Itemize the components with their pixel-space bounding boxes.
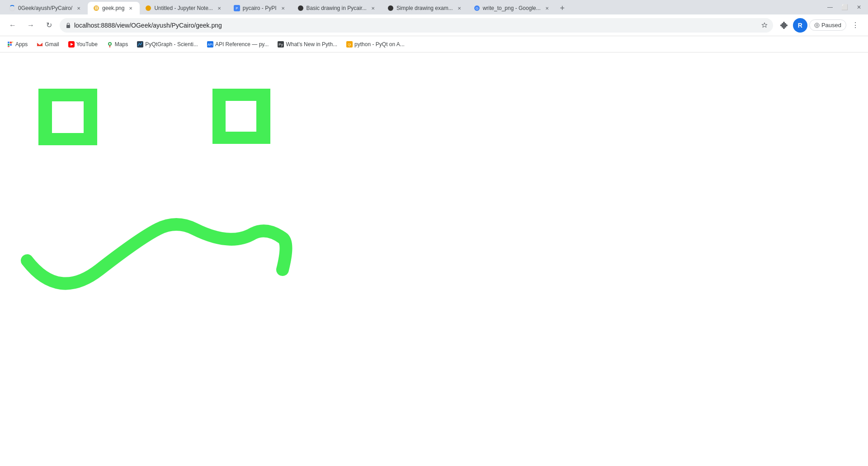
svg-rect-16 — [8, 46, 9, 47]
svg-text:🖼: 🖼 — [94, 6, 98, 10]
tab-label: Basic drawing in Pycair... — [307, 5, 367, 11]
bookmark-label: Gmail — [45, 41, 59, 48]
bookmark-label: API Reference — py... — [215, 41, 269, 48]
bookmark-label: Maps — [115, 41, 128, 48]
tab-favicon-icon: 🖼 — [93, 5, 99, 11]
bookmark-gmail[interactable]: Gmail — [33, 39, 62, 49]
tab-jupyter[interactable]: Untitled - Jupyter Note... ✕ — [140, 2, 228, 14]
image-area — [0, 52, 868, 466]
bookmark-whats-new[interactable]: Py What's New in Pyth... — [274, 39, 341, 49]
svg-text:Qt: Qt — [348, 43, 351, 47]
tab-write-to-png[interactable]: G write_to_png - Google... ✕ — [468, 2, 556, 14]
minimize-button[interactable]: — — [825, 2, 835, 13]
tab-favicon-icon: P — [234, 5, 240, 11]
bookmark-pyqtgraph[interactable]: PyQtGraph - Scienti... — [133, 39, 202, 49]
tab-label: write_to_png - Google... — [483, 5, 541, 11]
lock-icon — [65, 22, 71, 29]
bookmark-label: What's New in Pyth... — [286, 41, 337, 48]
svg-text:G: G — [476, 6, 478, 10]
url-text: localhost:8888/view/OGeek/ayush/PyCairo/… — [74, 22, 759, 29]
bookmark-label: PyQtGraph - Scienti... — [145, 41, 198, 48]
bookmark-label: Apps — [15, 41, 28, 48]
close-button[interactable]: ✕ — [854, 2, 864, 13]
svg-point-21 — [109, 43, 111, 45]
svg-rect-13 — [12, 42, 13, 43]
svg-text:API: API — [208, 43, 212, 46]
svg-rect-9 — [66, 25, 70, 28]
gmail-icon — [37, 41, 43, 48]
svg-rect-14 — [8, 44, 9, 46]
bookmark-maps[interactable]: Maps — [103, 39, 132, 49]
whats-new-icon: Py — [278, 41, 284, 48]
svg-point-5 — [298, 5, 303, 11]
tab-geekpng[interactable]: 🖼 geek.png ✕ — [88, 2, 140, 14]
tab-close-btn[interactable]: ✕ — [127, 5, 134, 12]
apps-icon — [7, 41, 14, 48]
tab-close-btn[interactable]: ✕ — [369, 5, 377, 12]
profile-button[interactable]: R — [793, 18, 807, 33]
paused-label: Paused — [821, 22, 841, 29]
menu-button[interactable]: ⋮ — [848, 18, 863, 33]
tab-close-btn[interactable]: ✕ — [216, 5, 223, 12]
tab-simple-drawing[interactable]: Simple drawing exam... ✕ — [382, 2, 468, 14]
tab-favicon-icon — [297, 5, 304, 11]
new-tab-button[interactable]: + — [556, 2, 569, 14]
window-controls: — ⬜ ✕ — [825, 2, 864, 13]
title-bar: 0Geek/ayush/PyCairo/ ✕ 🖼 geek.png ✕ Unti… — [0, 0, 868, 14]
tab-pycairo[interactable]: 0Geek/ayush/PyCairo/ ✕ — [4, 2, 88, 14]
extensions-button[interactable] — [777, 18, 791, 33]
main-content — [0, 52, 868, 466]
api-ref-icon: API — [207, 41, 213, 48]
bookmark-api-ref[interactable]: API API Reference — py... — [203, 39, 273, 49]
paused-icon — [814, 23, 820, 28]
geek-png-image — [0, 62, 316, 333]
tabs-area: 0Geek/ayush/PyCairo/ ✕ 🖼 geek.png ✕ Unti… — [4, 0, 825, 14]
paused-button[interactable]: Paused — [809, 19, 846, 31]
tab-favicon-icon: G — [474, 5, 480, 11]
maximize-button[interactable]: ⬜ — [839, 2, 850, 13]
svg-point-2 — [146, 5, 151, 11]
tab-close-btn[interactable]: ✕ — [75, 5, 82, 12]
address-bar: ← → ↻ localhost:8888/view/OGeek/ayush/Py… — [0, 14, 868, 36]
tab-close-btn[interactable]: ✕ — [279, 5, 287, 12]
star-icon[interactable] — [761, 22, 768, 29]
tab-close-btn[interactable]: ✕ — [456, 5, 463, 12]
tab-label: 0Geek/ayush/PyCairo/ — [18, 5, 72, 11]
python-pyqt-icon: Qt — [346, 41, 353, 48]
bookmarks-bar: Apps Gmail YouTube Maps PyQtGraph — [0, 36, 868, 52]
url-bar[interactable]: localhost:8888/view/OGeek/ayush/PyCairo/… — [60, 18, 773, 33]
pyqtgraph-icon — [137, 41, 143, 48]
tab-pypi[interactable]: P pycairo - PyPI ✕ — [228, 2, 292, 14]
svg-text:Py: Py — [279, 43, 283, 47]
svg-text:P: P — [236, 6, 238, 10]
tab-label: Simple drawing exam... — [396, 5, 453, 11]
svg-point-10 — [815, 23, 819, 28]
forward-button[interactable]: → — [24, 18, 38, 33]
svg-point-6 — [388, 5, 393, 11]
svg-rect-11 — [8, 42, 9, 43]
tab-favicon-icon — [145, 5, 151, 11]
tab-spinner — [9, 5, 15, 11]
svg-rect-15 — [10, 44, 12, 46]
bookmark-python-pyqt[interactable]: Qt python - PyQt on A... — [343, 39, 408, 49]
bookmark-label: YouTube — [76, 41, 98, 48]
svg-rect-32 — [226, 101, 256, 132]
reload-button[interactable]: ↻ — [42, 18, 56, 33]
tab-basic-drawing[interactable]: Basic drawing in Pycair... ✕ — [292, 2, 382, 14]
bookmark-apps[interactable]: Apps — [4, 39, 31, 49]
tab-label: pycairo - PyPI — [243, 5, 277, 11]
back-button[interactable]: ← — [5, 18, 20, 33]
bookmark-label: python - PyQt on A... — [354, 41, 405, 48]
svg-rect-12 — [10, 42, 12, 43]
youtube-icon — [68, 41, 75, 48]
svg-rect-30 — [52, 101, 84, 133]
tab-label: Untitled - Jupyter Note... — [154, 5, 212, 11]
address-actions: R Paused ⋮ — [777, 18, 863, 33]
bookmark-youtube[interactable]: YouTube — [65, 39, 101, 49]
tab-close-btn[interactable]: ✕ — [543, 5, 551, 12]
tab-label: geek.png — [102, 5, 124, 11]
tab-favicon-icon — [387, 5, 394, 11]
maps-icon — [107, 41, 113, 48]
